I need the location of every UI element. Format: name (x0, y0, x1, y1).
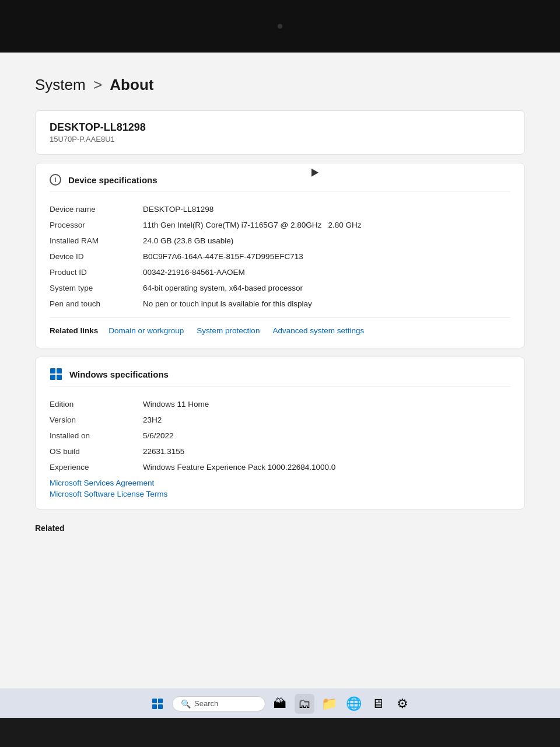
screen: System > About DESKTOP-LL81298 15U70P-P.… (0, 53, 560, 718)
windows-specs-card: Windows specifications Edition Windows 1… (35, 357, 525, 509)
spec-row-device-id: Device ID B0C9F7A6-164A-447E-815F-47D995… (50, 249, 510, 264)
taskbar-search-icon: 🔍 (181, 699, 191, 708)
spec-label-edition: Edition (50, 400, 143, 409)
spec-value-experience: Windows Feature Experience Pack 1000.226… (143, 463, 510, 472)
spec-row-system-type: System type 64-bit operating system, x64… (50, 280, 510, 296)
spec-value-version: 23H2 (143, 416, 510, 424)
taskbar-search-label: Search (194, 699, 218, 708)
taskbar-search-bar[interactable]: 🔍 Search (172, 696, 265, 711)
link-domain-workgroup[interactable]: Domain or workgroup (108, 326, 184, 335)
related-footer-label: Related (35, 518, 525, 536)
windows-specs-rows: Edition Windows 11 Home Version 23H2 Ins… (50, 396, 510, 498)
taskbar-app-monitor[interactable]: 🖥 (368, 694, 388, 714)
spec-value-pen-touch: No pen or touch input is available for t… (143, 299, 510, 308)
breadcrumb-parent[interactable]: System (35, 76, 86, 93)
spec-value-installed-on: 5/6/2022 (143, 431, 510, 440)
windows-specs-title: Windows specifications (69, 369, 169, 379)
taskbar-app-folder[interactable]: 📁 (319, 694, 339, 714)
taskbar-app-settings[interactable]: ⚙ (393, 694, 412, 714)
device-specs-header: i Device specifications (50, 174, 510, 192)
spec-row-product-id: Product ID 00342-21916-84561-AAOEM (50, 264, 510, 280)
spec-row-pen-touch: Pen and touch No pen or touch input is a… (50, 296, 510, 312)
taskbar: 🔍 Search 🏔 🗂 📁 🌐 🖥 ⚙ (0, 689, 560, 718)
link-ms-services-agreement[interactable]: Microsoft Services Agreement (50, 479, 510, 487)
breadcrumb: System > About (35, 76, 525, 94)
settings-content: System > About DESKTOP-LL81298 15U70P-P.… (0, 53, 560, 689)
taskbar-app-mountain[interactable]: 🏔 (270, 694, 290, 714)
spec-value-device-name: DESKTOP-LL81298 (143, 205, 510, 214)
breadcrumb-current: About (110, 76, 153, 93)
windows-specs-header: Windows specifications (50, 368, 510, 387)
spec-label-system-type: System type (50, 284, 143, 292)
spec-label-device-id: Device ID (50, 252, 143, 261)
taskbar-app-edge[interactable]: 🌐 (344, 694, 363, 714)
spec-value-product-id: 00342-21916-84561-AAOEM (143, 268, 510, 277)
spec-row-experience: Experience Windows Feature Experience Pa… (50, 459, 510, 475)
spec-label-experience: Experience (50, 463, 143, 472)
spec-value-device-id: B0C9F7A6-164A-447E-815F-47D995EFC713 (143, 252, 510, 261)
spec-row-os-build: OS build 22631.3155 (50, 444, 510, 459)
link-advanced-system-settings[interactable]: Advanced system settings (272, 326, 364, 335)
spec-label-installed-on: Installed on (50, 431, 143, 440)
windows-logo-icon (50, 368, 62, 381)
device-model: 15U70P-P.AAE8U1 (50, 135, 510, 144)
windows-start-logo (152, 699, 163, 709)
device-name-block: DESKTOP-LL81298 15U70P-P.AAE8U1 (35, 110, 525, 155)
laptop-bezel-top (0, 0, 560, 53)
spec-row-edition: Edition Windows 11 Home (50, 396, 510, 412)
camera-dot (278, 24, 282, 29)
spec-row-ram: Installed RAM 24.0 GB (23.8 GB usable) (50, 233, 510, 249)
taskbar-start-button[interactable] (148, 694, 167, 714)
spec-value-system-type: 64-bit operating system, x64-based proce… (143, 284, 510, 292)
link-system-protection[interactable]: System protection (197, 326, 260, 335)
related-links-row: Related links Domain or workgroup System… (50, 317, 510, 337)
link-ms-software-license[interactable]: Microsoft Software License Terms (50, 490, 510, 498)
spec-label-product-id: Product ID (50, 268, 143, 277)
spec-label-ram: Installed RAM (50, 236, 143, 245)
device-specs-title: Device specifications (68, 175, 158, 185)
device-hostname: DESKTOP-LL81298 (50, 121, 510, 134)
ms-links: Microsoft Services Agreement Microsoft S… (50, 479, 510, 498)
breadcrumb-separator: > (93, 76, 102, 93)
spec-label-processor: Processor (50, 221, 143, 229)
spec-value-processor: 11th Gen Intel(R) Core(TM) i7-1165G7 @ 2… (143, 221, 510, 229)
device-specs-card: i Device specifications Device name DESK… (35, 163, 525, 348)
spec-value-ram: 24.0 GB (23.8 GB usable) (143, 236, 510, 245)
spec-row-installed-on: Installed on 5/6/2022 (50, 428, 510, 444)
spec-label-version: Version (50, 416, 143, 424)
spec-value-os-build: 22631.3155 (143, 447, 510, 456)
spec-value-edition: Windows 11 Home (143, 400, 510, 409)
device-specs-rows: Device name DESKTOP-LL81298 Processor 11… (50, 201, 510, 312)
info-icon: i (50, 174, 61, 186)
spec-row-device-name: Device name DESKTOP-LL81298 (50, 201, 510, 217)
spec-label-device-name: Device name (50, 205, 143, 214)
spec-row-processor: Processor 11th Gen Intel(R) Core(TM) i7-… (50, 217, 510, 233)
related-links-label: Related links (50, 326, 98, 335)
taskbar-app-files[interactable]: 🗂 (295, 694, 314, 714)
spec-label-pen-touch: Pen and touch (50, 299, 143, 308)
spec-label-os-build: OS build (50, 447, 143, 456)
spec-row-version: Version 23H2 (50, 412, 510, 428)
